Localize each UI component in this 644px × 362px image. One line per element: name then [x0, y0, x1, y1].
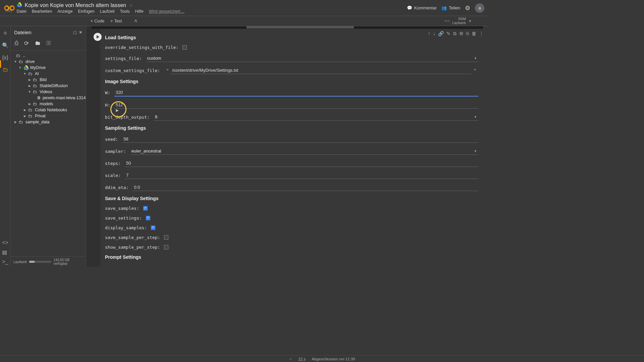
sampler-select[interactable]: euler_ancestral▼ — [130, 147, 478, 155]
ddim-eta-label: ddim_eta: — [105, 185, 128, 190]
save-per-step-checkbox[interactable] — [164, 235, 168, 240]
chevron-down-icon: ▼ — [474, 115, 477, 119]
run-cell-button[interactable] — [94, 33, 102, 41]
prev-cell-edge — [92, 26, 483, 29]
save-samples-checkbox[interactable] — [143, 206, 148, 210]
bit-depth-label: bit_depth_output: — [105, 115, 150, 120]
upload-icon[interactable]: ⎙ — [15, 40, 18, 47]
file-icon: 🗎 — [37, 96, 41, 100]
menu-hilfe[interactable]: Hilfe — [135, 9, 144, 14]
menu-einfuegen[interactable]: Einfügen — [78, 9, 94, 14]
scale-input[interactable] — [125, 172, 478, 179]
save-status: Wird gespeichert… — [149, 9, 184, 14]
tree-ai[interactable]: ▼🗀AI — [12, 71, 85, 77]
save-settings-checkbox[interactable] — [146, 216, 150, 220]
folder-icon: 🗀 — [33, 102, 38, 106]
image-settings-heading: Image Settings — [105, 79, 478, 84]
menubar: Datei Bearbeiten Anzeige Einfügen Laufze… — [17, 9, 407, 14]
detach-icon[interactable]: ◻ — [73, 30, 77, 35]
steps-input[interactable] — [125, 160, 478, 167]
menu-datei[interactable]: Datei — [17, 9, 26, 14]
tree-dotdot[interactable]: 🗀.. — [12, 53, 85, 59]
steps-label: steps: — [105, 161, 121, 166]
disk-usage: Laufwerk 143.50 GB verfügbar — [11, 256, 86, 267]
code-snippet-icon[interactable]: <> — [2, 240, 8, 246]
cell-toolbar: ↑ ↓ 🔗 ✎ ⧉ ⚙ ⎘ 🗑 ⋮ — [428, 31, 484, 37]
tree-sample-data[interactable]: ▶🗀sample_data — [12, 119, 85, 125]
search-icon[interactable]: 🔍 — [2, 42, 9, 49]
tree-drive[interactable]: ▼🗀drive — [12, 59, 85, 65]
star-icon[interactable]: ☆ — [129, 3, 133, 8]
custom-file-label: custom_settings_file: — [105, 68, 160, 73]
collapse-toggle-icon[interactable]: ᐱ — [135, 19, 137, 23]
tree-bild[interactable]: ▶🗀Bild — [12, 77, 85, 83]
cell-gear-icon[interactable]: ⚙ — [459, 31, 464, 37]
display-samples-checkbox[interactable] — [151, 226, 155, 230]
tree-models[interactable]: ▶🗀models — [12, 101, 85, 107]
header: PRO Kopie von Kopie von Mensch altern la… — [0, 0, 488, 16]
override-label: override_settings_with_file: — [105, 45, 178, 50]
chevron-down-icon: ▼ — [474, 149, 477, 153]
tree-stablediffusion[interactable]: ▶🗀StableDiffusion — [12, 83, 85, 89]
bit-depth-select[interactable]: 8▼ — [154, 113, 478, 121]
toc-icon[interactable]: ≡ — [4, 30, 7, 36]
comment-button[interactable]: 💬Kommentar — [407, 5, 437, 10]
menu-bearbeiten[interactable]: Bearbeiten — [32, 9, 52, 14]
move-up-icon[interactable]: ↑ — [428, 31, 430, 37]
save-settings-label: save_settings: — [105, 216, 142, 221]
add-code-button[interactable]: +Code — [91, 19, 104, 23]
refresh-icon[interactable]: ⟳ — [24, 40, 29, 47]
override-checkbox[interactable] — [182, 45, 187, 50]
link-icon[interactable]: 🔗 — [438, 31, 444, 37]
duplicate-icon[interactable]: ⎘ — [466, 31, 469, 37]
seed-label: seed: — [105, 137, 118, 142]
resource-indicator[interactable]: ━ ━ RAM Laufwerk ▼ — [445, 17, 472, 25]
tree-privat[interactable]: ▶🗀Privat — [12, 113, 85, 119]
edit-icon[interactable]: ✎ — [446, 31, 450, 37]
folder-icon: 🗀 — [19, 59, 24, 64]
load-settings-heading: Load Settings — [105, 35, 478, 40]
settings-file-select[interactable]: custom▼ — [146, 55, 478, 62]
notebook-content: ↑ ↓ 🔗 ✎ ⧉ ⚙ ⎘ 🗑 ⋮ ➤ Load Settings overri… — [86, 26, 488, 267]
ddim-eta-input[interactable] — [132, 184, 478, 191]
h-input[interactable] — [114, 101, 478, 109]
tree-videos[interactable]: ▼🗀Videos — [12, 89, 85, 95]
avatar[interactable]: a — [475, 3, 484, 13]
custom-file-input[interactable] — [171, 67, 472, 74]
folder-icon: 🗀 — [28, 108, 34, 112]
save-samples-label: save_samples: — [105, 206, 139, 211]
files-icon[interactable]: 🗀 — [3, 67, 8, 73]
notebook-title[interactable]: Kopie von Kopie von Mensch altern lassen — [25, 2, 126, 8]
variables-icon[interactable]: {x} — [2, 55, 8, 61]
settings-file-label: settings_file: — [105, 56, 142, 61]
toggle-hidden-icon[interactable]: 👁̸ — [47, 40, 51, 47]
seed-input[interactable] — [122, 135, 478, 143]
drive-folder-icon — [23, 65, 29, 70]
chevron-down-icon: ▼ — [469, 19, 472, 23]
close-icon[interactable]: ✕ — [79, 30, 83, 35]
command-palette-icon[interactable]: ▤ — [2, 249, 8, 255]
menu-anzeige[interactable]: Anzeige — [57, 9, 72, 14]
tree-colab-notebooks[interactable]: ▶🗀Colab Notebooks — [12, 107, 85, 113]
folder-icon: 🗀 — [33, 89, 38, 94]
move-down-icon[interactable]: ↓ — [433, 31, 435, 37]
tree-mydrive[interactable]: ▼MyDrive — [12, 65, 85, 71]
folder-icon: 🗀 — [28, 71, 34, 76]
gear-icon[interactable]: ⚙ — [465, 4, 470, 12]
drive-icon — [17, 2, 22, 8]
menu-laufzeit[interactable]: Laufzeit — [100, 9, 115, 14]
share-button[interactable]: 👥Teilen — [441, 5, 460, 10]
more-icon[interactable]: ⋮ — [479, 31, 484, 37]
show-per-step-checkbox[interactable] — [164, 245, 168, 249]
mirror-icon[interactable]: ⧉ — [453, 31, 457, 37]
menu-tools[interactable]: Tools — [120, 9, 130, 14]
terminal-icon[interactable]: >_ — [2, 259, 8, 265]
w-label: W: — [105, 90, 110, 95]
cursor-icon: ➤ — [115, 108, 119, 113]
delete-icon[interactable]: 🗑 — [472, 31, 476, 37]
add-text-button[interactable]: +Text — [110, 19, 122, 23]
scale-label: scale: — [105, 173, 121, 178]
w-input[interactable] — [114, 89, 478, 97]
tree-video-file[interactable]: 🗎pexels-maxi-leiva-1314… — [12, 95, 85, 101]
mount-drive-icon[interactable]: 🖿 — [35, 40, 41, 47]
